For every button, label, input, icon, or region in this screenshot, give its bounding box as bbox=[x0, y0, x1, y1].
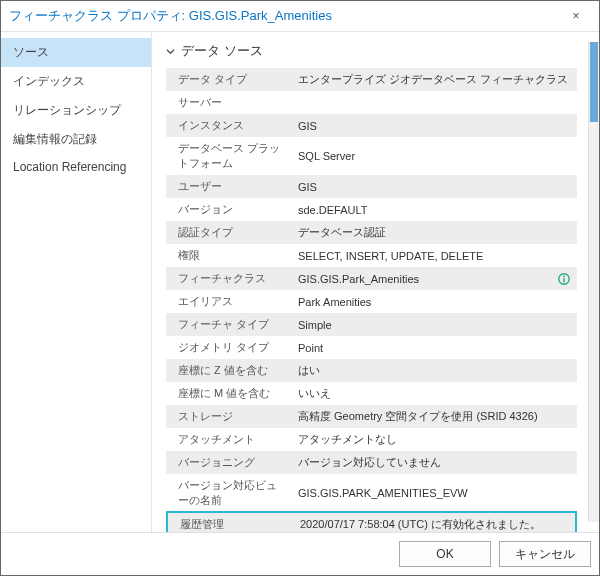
table-row: インスタンスGIS bbox=[166, 114, 577, 137]
section-title: データ ソース bbox=[181, 42, 263, 60]
prop-val: 高精度 Geometry 空間タイプを使用 (SRID 4326) bbox=[292, 405, 577, 428]
table-row: 権限SELECT, INSERT, UPDATE, DELETE bbox=[166, 244, 577, 267]
table-row: ユーザーGIS bbox=[166, 175, 577, 198]
prop-key: バージョン bbox=[166, 198, 292, 221]
table-row: 認証タイプデータベース認証 bbox=[166, 221, 577, 244]
dialog-body: ソース インデックス リレーションシップ 編集情報の記録 Location Re… bbox=[1, 32, 599, 532]
table-row: フィーチャ タイプSimple bbox=[166, 313, 577, 336]
prop-key: ジオメトリ タイプ bbox=[166, 336, 292, 359]
prop-val: データベース認証 bbox=[292, 221, 577, 244]
prop-key: フィーチャ タイプ bbox=[166, 313, 292, 336]
table-row: ジオメトリ タイプPoint bbox=[166, 336, 577, 359]
table-row: エイリアスPark Amenities bbox=[166, 290, 577, 313]
prop-key: フィーチャクラス bbox=[166, 267, 292, 290]
prop-key: ユーザー bbox=[166, 175, 292, 198]
prop-val: いいえ bbox=[292, 382, 577, 405]
window-title: フィーチャクラス プロパティ: GIS.GIS.Park_Amenities bbox=[9, 7, 561, 25]
prop-key: 履歴管理 bbox=[168, 513, 294, 532]
cancel-button[interactable]: キャンセル bbox=[499, 541, 591, 567]
scrollbar-thumb[interactable] bbox=[590, 42, 598, 122]
info-icon[interactable] bbox=[557, 272, 571, 286]
sidebar-item-label: ソース bbox=[13, 45, 49, 59]
prop-val: 2020/07/17 7:58:04 (UTC) に有効化されました。 bbox=[294, 513, 575, 532]
table-row: データベース プラットフォームSQL Server bbox=[166, 137, 577, 175]
table-row: フィーチャクラス GIS.GIS.Park_Amenities bbox=[166, 267, 577, 290]
sidebar-item-label: Location Referencing bbox=[13, 160, 126, 174]
table-row: 履歴管理2020/07/17 7:58:04 (UTC) に有効化されました。 bbox=[168, 513, 575, 532]
prop-key: データベース プラットフォーム bbox=[166, 137, 292, 175]
table-row: バージョン対応ビューの名前GIS.GIS.PARK_AMENITIES_EVW bbox=[166, 474, 577, 512]
highlight-box: 履歴管理2020/07/17 7:58:04 (UTC) に有効化されました。 … bbox=[166, 511, 577, 532]
prop-key: アタッチメント bbox=[166, 428, 292, 451]
prop-key: 座標に M 値を含む bbox=[166, 382, 292, 405]
prop-key: インスタンス bbox=[166, 114, 292, 137]
prop-val: GIS bbox=[292, 114, 577, 137]
table-row: バージョニングバージョン対応していません bbox=[166, 451, 577, 474]
sidebar-item-source[interactable]: ソース bbox=[1, 38, 151, 67]
sidebar-item-relationship[interactable]: リレーションシップ bbox=[1, 96, 151, 125]
prop-val: Point bbox=[292, 336, 577, 359]
content-pane: データ ソース データ タイプエンタープライズ ジオデータベース フィーチャクラ… bbox=[152, 32, 599, 532]
prop-val: はい bbox=[292, 359, 577, 382]
prop-val: GIS.GIS.Park_Amenities bbox=[292, 267, 577, 290]
prop-val: GIS.GIS.PARK_AMENITIES_EVW bbox=[292, 474, 577, 512]
prop-key: 権限 bbox=[166, 244, 292, 267]
table-row: アタッチメントアタッチメントなし bbox=[166, 428, 577, 451]
sidebar-item-editor-tracking[interactable]: 編集情報の記録 bbox=[1, 125, 151, 154]
table-row: サーバー bbox=[166, 91, 577, 114]
prop-val: エンタープライズ ジオデータベース フィーチャクラス bbox=[292, 68, 577, 91]
sidebar-item-label: リレーションシップ bbox=[13, 103, 121, 117]
dialog-footer: OK キャンセル bbox=[1, 532, 599, 575]
property-rows: データ タイプエンタープライズ ジオデータベース フィーチャクラス サーバー イ… bbox=[166, 68, 595, 532]
prop-key: バージョニング bbox=[166, 451, 292, 474]
prop-key: ストレージ bbox=[166, 405, 292, 428]
prop-key: バージョン対応ビューの名前 bbox=[166, 474, 292, 512]
table-row: ストレージ高精度 Geometry 空間タイプを使用 (SRID 4326) bbox=[166, 405, 577, 428]
svg-rect-2 bbox=[563, 278, 564, 282]
svg-point-1 bbox=[563, 275, 565, 277]
prop-key: データ タイプ bbox=[166, 68, 292, 91]
prop-val: GIS bbox=[292, 175, 577, 198]
close-icon: × bbox=[572, 9, 579, 23]
prop-key: 認証タイプ bbox=[166, 221, 292, 244]
sidebar: ソース インデックス リレーションシップ 編集情報の記録 Location Re… bbox=[1, 32, 152, 532]
prop-val: SQL Server bbox=[292, 137, 577, 175]
prop-key: 座標に Z 値を含む bbox=[166, 359, 292, 382]
sidebar-item-label: 編集情報の記録 bbox=[13, 132, 97, 146]
properties-dialog: フィーチャクラス プロパティ: GIS.GIS.Park_Amenities ×… bbox=[0, 0, 600, 576]
scrollbar-vertical[interactable] bbox=[588, 42, 599, 522]
prop-val: sde.DEFAULT bbox=[292, 198, 577, 221]
table-row: 座標に Z 値を含むはい bbox=[166, 359, 577, 382]
table-row: データ タイプエンタープライズ ジオデータベース フィーチャクラス bbox=[166, 68, 577, 91]
section-header[interactable]: データ ソース bbox=[166, 42, 595, 60]
sidebar-item-index[interactable]: インデックス bbox=[1, 67, 151, 96]
prop-val bbox=[292, 91, 577, 114]
content-scroll: データ ソース データ タイプエンタープライズ ジオデータベース フィーチャクラ… bbox=[152, 32, 599, 532]
close-button[interactable]: × bbox=[561, 1, 591, 31]
sidebar-item-location-referencing[interactable]: Location Referencing bbox=[1, 154, 151, 180]
prop-key: エイリアス bbox=[166, 290, 292, 313]
sidebar-item-label: インデックス bbox=[13, 74, 85, 88]
chevron-down-icon bbox=[166, 47, 175, 56]
table-row: 座標に M 値を含むいいえ bbox=[166, 382, 577, 405]
prop-val: アタッチメントなし bbox=[292, 428, 577, 451]
prop-key: サーバー bbox=[166, 91, 292, 114]
ok-button[interactable]: OK bbox=[399, 541, 491, 567]
prop-val: Park Amenities bbox=[292, 290, 577, 313]
table-row: バージョンsde.DEFAULT bbox=[166, 198, 577, 221]
prop-val: Simple bbox=[292, 313, 577, 336]
prop-val: SELECT, INSERT, UPDATE, DELETE bbox=[292, 244, 577, 267]
titlebar: フィーチャクラス プロパティ: GIS.GIS.Park_Amenities × bbox=[1, 1, 599, 32]
prop-val: バージョン対応していません bbox=[292, 451, 577, 474]
